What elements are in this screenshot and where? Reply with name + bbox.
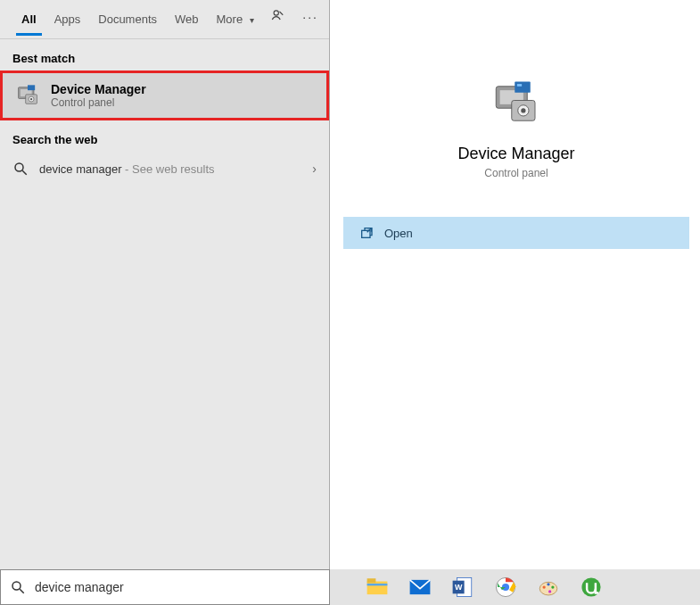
open-label: Open — [384, 227, 413, 240]
device-manager-icon — [15, 83, 40, 108]
tab-more-label: More — [217, 12, 243, 26]
svg-rect-21 — [367, 584, 388, 585]
svg-point-0 — [274, 11, 278, 15]
web-result-suffix: - See web results — [122, 162, 215, 176]
search-panel: All Apps Documents Web More ▾ ··· Best m… — [0, 0, 330, 569]
web-result-query: device manager — [39, 162, 122, 176]
device-manager-large-icon — [491, 79, 541, 128]
search-input[interactable] — [35, 580, 320, 594]
svg-point-7 — [15, 163, 23, 171]
svg-point-5 — [30, 98, 32, 100]
detail-title: Device Manager — [457, 145, 574, 163]
chrome-icon[interactable] — [494, 576, 517, 599]
tab-apps[interactable]: Apps — [45, 4, 90, 35]
feedback-icon[interactable] — [270, 9, 286, 25]
svg-rect-19 — [367, 582, 388, 595]
detail-card: Device Manager Control panel — [343, 54, 689, 195]
chevron-down-icon: ▾ — [250, 15, 254, 25]
search-bar[interactable] — [0, 569, 330, 605]
svg-point-13 — [521, 108, 525, 112]
web-result-item[interactable]: device manager - See web results › — [0, 152, 329, 186]
tab-web[interactable]: Web — [166, 4, 208, 35]
result-title: Device Manager — [51, 82, 146, 96]
detail-panel: Device Manager Control panel Open — [343, 54, 689, 249]
search-icon — [10, 579, 26, 595]
svg-rect-20 — [367, 578, 376, 583]
file-explorer-icon[interactable] — [366, 576, 389, 599]
svg-rect-14 — [515, 82, 531, 93]
svg-line-8 — [22, 170, 27, 175]
detail-subtitle: Control panel — [484, 167, 548, 179]
tab-more[interactable]: More ▾ — [208, 4, 263, 35]
header-actions: ··· — [270, 9, 318, 25]
svg-rect-16 — [362, 230, 370, 237]
svg-point-30 — [547, 583, 549, 585]
result-subtitle: Control panel — [51, 96, 146, 109]
tab-all[interactable]: All — [12, 4, 45, 35]
svg-rect-15 — [517, 84, 522, 87]
taskbar: W — [330, 569, 700, 605]
mail-icon[interactable] — [408, 576, 432, 599]
search-icon — [12, 161, 29, 177]
section-search-web-label: Search the web — [0, 120, 329, 152]
paint-icon[interactable] — [537, 576, 560, 599]
more-options-icon[interactable]: ··· — [302, 10, 318, 24]
utorrent-icon[interactable] — [580, 576, 603, 599]
svg-point-32 — [548, 590, 551, 593]
open-icon — [359, 226, 374, 240]
section-best-match-label: Best match — [0, 39, 329, 70]
chevron-right-icon: › — [312, 162, 317, 176]
svg-rect-6 — [28, 85, 35, 90]
tab-documents[interactable]: Documents — [89, 4, 166, 35]
web-result-text: device manager - See web results — [39, 162, 215, 176]
svg-point-29 — [543, 585, 546, 588]
svg-point-31 — [551, 585, 554, 588]
word-icon[interactable]: W — [451, 576, 474, 599]
result-text: Device Manager Control panel — [51, 82, 146, 109]
svg-point-17 — [12, 582, 21, 590]
open-action[interactable]: Open — [343, 217, 689, 249]
result-device-manager[interactable]: Device Manager Control panel — [0, 70, 329, 120]
svg-text:W: W — [455, 583, 463, 592]
svg-line-18 — [20, 589, 24, 593]
